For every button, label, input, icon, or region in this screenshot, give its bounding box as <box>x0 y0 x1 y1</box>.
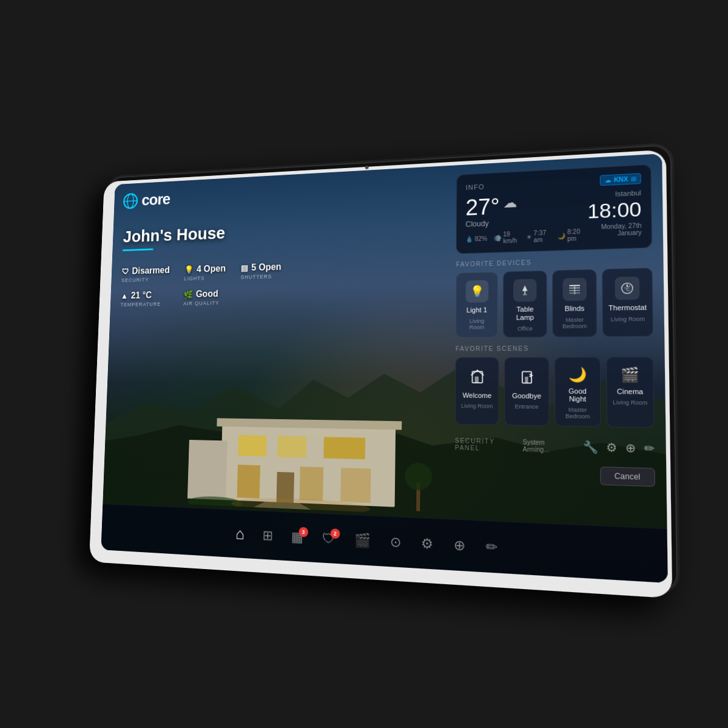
svg-rect-32 <box>474 377 478 383</box>
nav-item-edit[interactable]: ✏ <box>485 538 497 556</box>
cancel-button-row: Cancel <box>454 463 655 487</box>
device-card-blinds[interactable]: Blinds Master Bedroom <box>552 269 598 338</box>
shutters-icon: ▤ <box>241 263 248 272</box>
time-display: 18:00 <box>584 199 641 221</box>
scene-name-welcome: Welcome <box>462 392 491 400</box>
house-info-section: John's House 🛡 Disarmed SECURITY 💡 4 O <box>121 221 283 308</box>
temperature-value: 21 °C <box>131 290 152 300</box>
security-label: SECURITY <box>121 276 169 283</box>
edit-icon: ✏ <box>485 538 497 556</box>
cancel-button[interactable]: Cancel <box>600 467 655 487</box>
devices-badge: 3 <box>298 527 308 537</box>
security-panel-icon4[interactable]: ✏ <box>644 442 655 457</box>
scene-card-goodbye[interactable]: Goodbye Entrance <box>504 357 549 426</box>
sunrise-detail: ☀ 7:37 am <box>526 229 551 244</box>
scene-room-cinema: Living Room <box>613 399 647 406</box>
air-quality-icon: 🌿 <box>183 290 192 299</box>
weather-right: Istanbul 18:00 Monday, 27th January <box>584 189 642 238</box>
security-panel-icon3[interactable]: ⊕ <box>625 441 636 456</box>
favorite-scenes-title: FAVORITE SCENES <box>456 345 653 352</box>
logo: core <box>122 190 170 211</box>
security-panel-icon2[interactable]: ⚙ <box>606 440 617 455</box>
wind-icon: 💨 <box>494 234 502 241</box>
right-panel: INFO ☁ KNX ⊞ 27° ☁ Cl <box>454 164 655 487</box>
security-value: Disarmed <box>132 265 170 276</box>
favorite-scenes-section: FAVORITE SCENES Welcome Liv <box>455 345 655 428</box>
wind-value: 18 km/h <box>503 231 519 244</box>
weather-condition-icon: ☁ <box>504 195 517 211</box>
knx-label: KNX <box>614 176 629 184</box>
scene-name-cinema: Cinema <box>617 388 643 396</box>
media-icon: 🎬 <box>354 532 371 549</box>
lights-label: LIGHTS <box>184 275 225 281</box>
scene-card-cinema[interactable]: 🎬 Cinema Living Room <box>606 357 655 428</box>
favorite-devices-title: FAVORITE DEVICES <box>456 255 653 268</box>
sunset-icon: 🌙 <box>558 232 565 239</box>
system-arming-text: System Arming... <box>523 439 572 454</box>
security-panel-title: SECURITY PANEL <box>455 437 523 453</box>
sunset-value: 8:20 pm <box>567 228 585 243</box>
security-panel-icon1[interactable]: 🔧 <box>583 440 598 454</box>
clock-icon: ⊙ <box>390 533 402 550</box>
scene-card-goodnight[interactable]: 🌙 Good Night Master Bedroom <box>554 357 601 428</box>
favorite-devices-section: FAVORITE DEVICES 💡 Light 1 Living Room <box>456 255 653 338</box>
weather-header: INFO ☁ KNX ⊞ <box>466 173 641 192</box>
scenes-icon: ⊕ <box>454 537 465 554</box>
house-name: John's House <box>123 221 282 246</box>
nav-item-security[interactable]: 2 🛡 <box>322 530 335 547</box>
weather-main: 27° ☁ Cloudy 💧 82% 💨 <box>465 189 642 246</box>
scene-icon-goodbye <box>517 367 536 389</box>
tablet-screen: core John's House 🛡 Disarmed SECURITY <box>101 153 667 583</box>
nav-item-devices[interactable]: 3 ▦ <box>291 528 304 545</box>
device-card-table-lamp[interactable]: Table Lamp Office <box>504 271 547 338</box>
lights-value: 4 Open <box>197 263 226 274</box>
weather-card: INFO ☁ KNX ⊞ 27° ☁ Cl <box>456 164 652 254</box>
device-name-light1: Light 1 <box>467 306 487 314</box>
nav-item-settings[interactable]: ⚙ <box>421 535 434 552</box>
humidity-value: 82% <box>475 235 488 242</box>
logo-icon <box>122 192 139 210</box>
scene-room-goodbye: Entrance <box>515 403 539 410</box>
air-quality-status: 🌿 Good AIR QUALITY <box>183 289 225 307</box>
shutters-status: ▤ 5 Open SHUTTERS <box>240 261 281 280</box>
scene-icon-goodnight: 🌙 <box>568 367 587 384</box>
device-name-thermostat: Thermostat <box>608 303 647 312</box>
tablet-device: core John's House 🛡 Disarmed SECURITY <box>93 144 678 593</box>
lights-icon: 💡 <box>184 265 194 274</box>
info-label: INFO <box>466 183 485 191</box>
temperature-icon: ▲ <box>121 291 128 300</box>
date-display: Monday, 27th January <box>584 222 641 238</box>
house-name-underline <box>123 248 153 251</box>
settings-icon: ⚙ <box>421 535 434 552</box>
device-card-thermostat[interactable]: °C Thermostat Living Room <box>602 268 653 337</box>
svg-rect-21 <box>523 294 527 295</box>
device-icon-table-lamp <box>513 279 536 302</box>
device-icon-thermostat: °C <box>615 277 640 300</box>
svg-rect-20 <box>524 291 525 294</box>
nav-item-clock[interactable]: ⊙ <box>390 533 402 550</box>
scene-icon-welcome <box>468 366 486 388</box>
scene-card-welcome[interactable]: Welcome Living Room <box>455 357 499 426</box>
app-name: core <box>141 190 170 209</box>
device-name-table-lamp: Table Lamp <box>509 305 541 322</box>
scene-room-welcome: Living Room <box>461 403 493 410</box>
devices-grid: 💡 Light 1 Living Room <box>456 268 653 338</box>
scene-room-goodnight: Master Bedroom <box>561 406 595 420</box>
device-room-light1: Living Room <box>461 318 492 331</box>
weather-details: 💧 82% 💨 18 km/h ☀ 7:37 am <box>465 228 584 246</box>
temperature-display: 27° <box>465 195 499 219</box>
svg-line-19 <box>124 201 136 201</box>
nav-item-scenes[interactable]: ⊕ <box>454 537 465 554</box>
device-room-table-lamp: Office <box>517 326 533 332</box>
security-status: 🛡 Disarmed SECURITY <box>121 265 170 283</box>
device-card-light1[interactable]: 💡 Light 1 Living Room <box>456 272 498 339</box>
nav-item-home[interactable]: ⌂ <box>235 524 244 544</box>
nav-item-apps[interactable]: ⊞ <box>262 527 273 544</box>
humidity-detail: 💧 82% <box>465 232 487 246</box>
nav-item-media[interactable]: 🎬 <box>354 532 371 549</box>
security-panel-row: SECURITY PANEL System Arming... 🔧 ⚙ ⊕ ✏ <box>455 437 655 456</box>
humidity-icon: 💧 <box>465 235 473 242</box>
device-name-blinds: Blinds <box>565 305 585 313</box>
scene-icon-cinema: 🎬 <box>621 367 639 384</box>
device-icon-light1: 💡 <box>465 280 488 303</box>
